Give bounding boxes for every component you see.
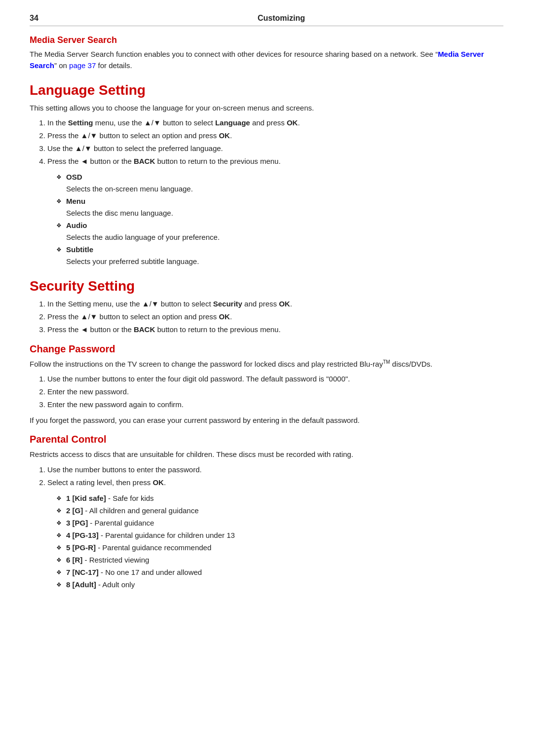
language-bullet-osd: OSD Selects the on-screen menu language.: [56, 171, 503, 195]
security-step-2: Press the ▲/▼ button to select an option…: [47, 311, 503, 323]
change-password-step-1: Use the number buttons to enter the four…: [47, 373, 503, 385]
media-server-section: Media Server Search The Media Server Sea…: [30, 35, 503, 72]
security-setting-section: Security Setting In the Setting menu, us…: [30, 278, 503, 336]
language-setting-title: Language Setting: [30, 82, 503, 98]
language-bullet-osd-label: OSD: [66, 173, 82, 181]
parental-rating-3: 3 [PG] - Parental guidance: [56, 517, 503, 529]
parental-control-title: Parental Control: [30, 434, 503, 445]
parental-step-2: Select a rating level, then press OK.: [47, 477, 503, 489]
language-bullet-subtitle-desc: Selects your preferred subtitle language…: [66, 256, 503, 267]
language-bullet-audio-desc: Selects the audio language of your prefe…: [66, 231, 503, 243]
language-bullet-subtitle-label: Subtitle: [66, 245, 93, 254]
language-step-4: Press the ◄ button or the BACK button to…: [47, 155, 503, 167]
media-server-text2: ” on: [54, 61, 69, 70]
page-chapter: Customizing: [59, 14, 503, 23]
parental-control-section: Parental Control Restricts access to dis…: [30, 434, 503, 590]
security-step-1: In the Setting menu, use the ▲/▼ button …: [47, 298, 503, 310]
change-password-body: Follow the instructions on the TV screen…: [30, 358, 503, 370]
media-server-title: Media Server Search: [30, 35, 503, 45]
language-bullet-osd-desc: Selects the on-screen menu language.: [66, 183, 503, 195]
change-password-text2: discs/DVDs.: [390, 360, 432, 368]
language-bullet-menu: Menu Selects the disc menu language.: [56, 195, 503, 219]
language-bullet-subtitle: Subtitle Selects your preferred subtitle…: [56, 244, 503, 267]
security-steps-list: In the Setting menu, use the ▲/▼ button …: [47, 298, 503, 336]
language-bullets-list: OSD Selects the on-screen menu language.…: [56, 171, 503, 267]
parental-rating-1: 1 [Kid safe] - Safe for kids: [56, 492, 503, 504]
language-step-1: In the Setting menu, use the ▲/▼ button …: [47, 117, 503, 129]
parental-rating-8: 8 [Adult] - Adult only: [56, 579, 503, 591]
media-server-text3: for details.: [96, 61, 132, 70]
change-password-step-3: Enter the new password again to confirm.: [47, 399, 503, 411]
language-step-2: Press the ▲/▼ button to select an option…: [47, 130, 503, 142]
change-password-text1: Follow the instructions on the TV screen…: [30, 360, 383, 368]
media-server-body: The Media Server Search function enables…: [30, 48, 503, 72]
media-server-text1: The Media Server Search function enables…: [30, 50, 438, 58]
language-steps-list: In the Setting menu, use the ▲/▼ button …: [47, 117, 503, 167]
parental-control-steps-list: Use the number buttons to enter the pass…: [47, 464, 503, 489]
change-password-title: Change Password: [30, 343, 503, 355]
language-bullet-audio: Audio Selects the audio language of your…: [56, 220, 503, 243]
change-password-tm: TM: [383, 359, 390, 365]
media-server-page-ref: page 37: [69, 61, 96, 70]
parental-rating-7: 7 [NC-17] - No one 17 and under allowed: [56, 567, 503, 578]
page-number: 34: [30, 14, 59, 23]
parental-ratings-list: 1 [Kid safe] - Safe for kids 2 [G] - All…: [56, 492, 503, 591]
security-step-3: Press the ◄ button or the BACK button to…: [47, 324, 503, 336]
change-password-step-2: Enter the new password.: [47, 386, 503, 398]
change-password-footer: If you forget the password, you can eras…: [30, 415, 503, 426]
parental-rating-5: 5 [PG-R] - Parental guidance recommended: [56, 542, 503, 554]
parental-rating-2: 2 [G] - All children and general guidanc…: [56, 505, 503, 517]
page-header: 34 Customizing: [30, 14, 503, 26]
change-password-section: Change Password Follow the instructions …: [30, 343, 503, 426]
parental-rating-4: 4 [PG-13] - Parental guidance for childr…: [56, 529, 503, 541]
parental-step-1: Use the number buttons to enter the pass…: [47, 464, 503, 476]
language-step-3: Use the ▲/▼ button to select the preferr…: [47, 143, 503, 154]
page: 34 Customizing Media Server Search The M…: [0, 0, 533, 613]
parental-control-intro: Restricts access to discs that are unsui…: [30, 449, 503, 460]
parental-rating-6: 6 [R] - Restricted viewing: [56, 554, 503, 566]
security-setting-title: Security Setting: [30, 278, 503, 294]
media-server-page-link[interactable]: page 37: [69, 61, 96, 70]
language-setting-intro: This setting allows you to choose the la…: [30, 102, 503, 113]
language-bullet-menu-desc: Selects the disc menu language.: [66, 207, 503, 219]
language-bullet-menu-label: Menu: [66, 197, 85, 205]
language-setting-section: Language Setting This setting allows you…: [30, 82, 503, 267]
language-bullet-audio-label: Audio: [66, 221, 87, 229]
change-password-steps-list: Use the number buttons to enter the four…: [47, 373, 503, 411]
